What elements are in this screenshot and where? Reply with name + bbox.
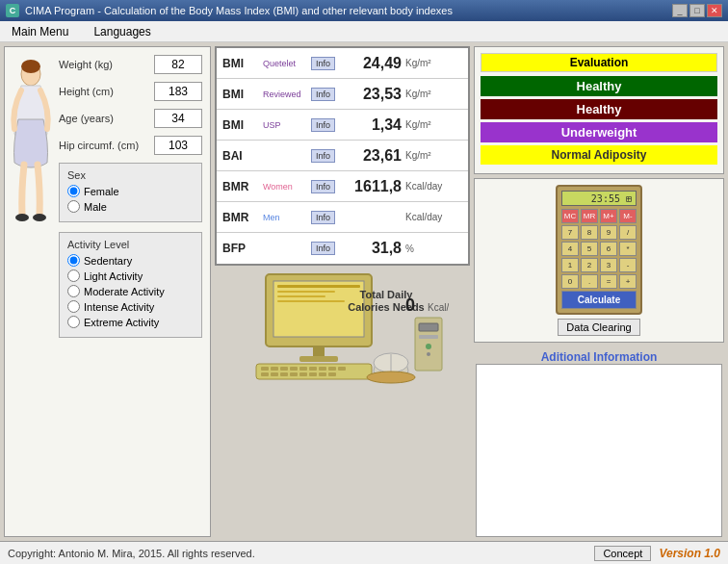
- activity-intense-row[interactable]: Intense Activity: [67, 300, 194, 313]
- calc-eq[interactable]: =: [600, 274, 617, 289]
- left-panel: Weight (kg) Height (cm) Age (years) Hip …: [4, 46, 211, 537]
- bmi-quetelet-row: BMI Quetelet Info 24,49 Kg/m²: [217, 48, 468, 79]
- input-section: Weight (kg) Height (cm) Age (years) Hip …: [59, 55, 202, 155]
- svg-rect-26: [299, 372, 307, 376]
- calc-0[interactable]: 0: [561, 274, 579, 289]
- activity-light-radio[interactable]: [67, 269, 80, 282]
- sex-group: Sex Female Male: [59, 163, 202, 222]
- activity-sedentary-radio[interactable]: [67, 254, 80, 267]
- bmr-women-value: 1611,8: [339, 178, 402, 195]
- hip-input[interactable]: [154, 136, 202, 155]
- sex-female-label: Female: [84, 186, 119, 197]
- calc-sub[interactable]: -: [619, 258, 637, 272]
- bmi-reviewed-info-btn[interactable]: Info: [311, 88, 335, 101]
- calc-mr[interactable]: MR: [581, 209, 598, 223]
- svg-rect-28: [319, 372, 326, 376]
- bmr-women-info-btn[interactable]: Info: [311, 180, 335, 193]
- version-text: Version 1.0: [659, 547, 720, 560]
- copyright-text: Copyright: Antonio M. Mira, 2015. All ri…: [8, 548, 255, 559]
- svg-rect-23: [271, 372, 278, 376]
- calc-2[interactable]: 2: [581, 258, 598, 272]
- activity-moderate-radio[interactable]: [67, 285, 80, 297]
- main-content: Weight (kg) Height (cm) Age (years) Hip …: [0, 42, 728, 541]
- height-input[interactable]: [154, 82, 202, 101]
- middle-panel: BMI Quetelet Info 24,49 Kg/m² BMI Review…: [215, 46, 470, 537]
- bmr-men-info-btn[interactable]: Info: [311, 211, 335, 224]
- activity-extreme-radio[interactable]: [67, 316, 80, 328]
- calc-9[interactable]: 9: [600, 225, 617, 240]
- sex-male-row[interactable]: Male: [67, 200, 194, 213]
- svg-rect-16: [290, 367, 298, 371]
- calc-mplus[interactable]: M+: [600, 209, 617, 223]
- calc-4[interactable]: 4: [561, 242, 579, 256]
- calculator-section: 23:55 ⊞ MC MR M+ M- 7 8 9 / 4 5 6 * 1 2 …: [474, 178, 724, 343]
- hip-row: Hip circumf. (cm): [59, 136, 202, 155]
- calc-display: 23:55 ⊞: [561, 191, 637, 206]
- svg-point-1: [21, 60, 40, 73]
- svg-rect-25: [290, 372, 298, 376]
- menu-languages[interactable]: Languages: [86, 23, 158, 40]
- bmi-reviewed-value: 23,53: [339, 86, 402, 103]
- calculate-button[interactable]: Calculate: [561, 291, 637, 309]
- calc-8[interactable]: 8: [581, 225, 598, 240]
- calc-div[interactable]: /: [619, 225, 637, 240]
- bfp-row: BFP Info 31,8 %: [217, 233, 468, 264]
- bai-info-btn[interactable]: Info: [311, 149, 335, 163]
- svg-rect-35: [419, 323, 438, 331]
- activity-intense-radio[interactable]: [67, 300, 80, 313]
- svg-point-38: [427, 352, 430, 356]
- calc-7[interactable]: 7: [561, 225, 579, 240]
- calc-1[interactable]: 1: [561, 258, 579, 272]
- svg-text:0: 0: [405, 295, 415, 315]
- bmi-quetelet-info-btn[interactable]: Info: [311, 57, 335, 70]
- calc-mminus[interactable]: M-: [619, 209, 637, 223]
- bmr-women-name: BMR: [222, 180, 261, 193]
- sex-female-row[interactable]: Female: [67, 185, 194, 197]
- svg-rect-15: [280, 367, 288, 371]
- concept-button[interactable]: Concept: [594, 546, 651, 561]
- calculator: 23:55 ⊞ MC MR M+ M- 7 8 9 / 4 5 6 * 1 2 …: [556, 185, 642, 315]
- activity-light-row[interactable]: Light Activity: [67, 269, 194, 282]
- calc-mul[interactable]: *: [619, 242, 637, 256]
- maximize-button[interactable]: □: [689, 4, 705, 17]
- calc-5[interactable]: 5: [581, 242, 598, 256]
- calc-6[interactable]: 6: [600, 242, 617, 256]
- additional-info-box: [476, 364, 722, 537]
- svg-rect-13: [261, 367, 269, 371]
- bai-value: 23,61: [339, 147, 402, 165]
- bmi-reviewed-row: BMI Reviewed Info 23,53 Kg/m²: [217, 79, 468, 110]
- bmi-reviewed-subtitle: Reviewed: [263, 90, 311, 99]
- age-input[interactable]: [154, 109, 202, 128]
- data-clearing-button[interactable]: Data Clearing: [558, 319, 639, 336]
- svg-point-2: [15, 214, 29, 221]
- activity-sedentary-label: Sedentary: [84, 255, 132, 267]
- bmi-table: BMI Quetelet Info 24,49 Kg/m² BMI Review…: [215, 46, 470, 266]
- calc-3[interactable]: 3: [600, 258, 617, 272]
- menu-bar: Main Menu Languages: [0, 21, 728, 42]
- bmr-women-subtitle: Women: [263, 182, 311, 192]
- computer-illustration: Total Daily Calories Needs 0 Kcal/day: [237, 269, 449, 385]
- minimize-button[interactable]: _: [672, 4, 688, 17]
- calc-dot[interactable]: .: [581, 274, 598, 289]
- sex-male-radio[interactable]: [67, 200, 80, 213]
- menu-main[interactable]: Main Menu: [4, 23, 76, 40]
- sex-title: Sex: [67, 169, 194, 181]
- bmi-usp-info-btn[interactable]: Info: [311, 118, 335, 132]
- activity-sedentary-row[interactable]: Sedentary: [67, 254, 194, 267]
- calc-mc[interactable]: MC: [561, 209, 579, 223]
- calc-add[interactable]: +: [619, 274, 637, 289]
- bfp-info-btn[interactable]: Info: [311, 242, 335, 255]
- sex-female-radio[interactable]: [67, 185, 80, 197]
- svg-rect-36: [419, 335, 438, 339]
- bmr-women-unit: Kcal/day: [405, 181, 442, 192]
- weight-input[interactable]: [154, 55, 202, 74]
- bmr-men-name: BMR: [222, 211, 261, 224]
- window-title: CIMA Program - Calculation of the Body M…: [25, 5, 453, 16]
- activity-extreme-row[interactable]: Extreme Activity: [67, 316, 194, 328]
- bmi-usp-value: 1,34: [339, 116, 402, 134]
- svg-rect-11: [299, 356, 338, 362]
- person-figure: [7, 57, 55, 230]
- close-button[interactable]: ✕: [707, 4, 722, 17]
- activity-moderate-row[interactable]: Moderate Activity: [67, 285, 194, 297]
- height-row: Height (cm): [59, 82, 202, 101]
